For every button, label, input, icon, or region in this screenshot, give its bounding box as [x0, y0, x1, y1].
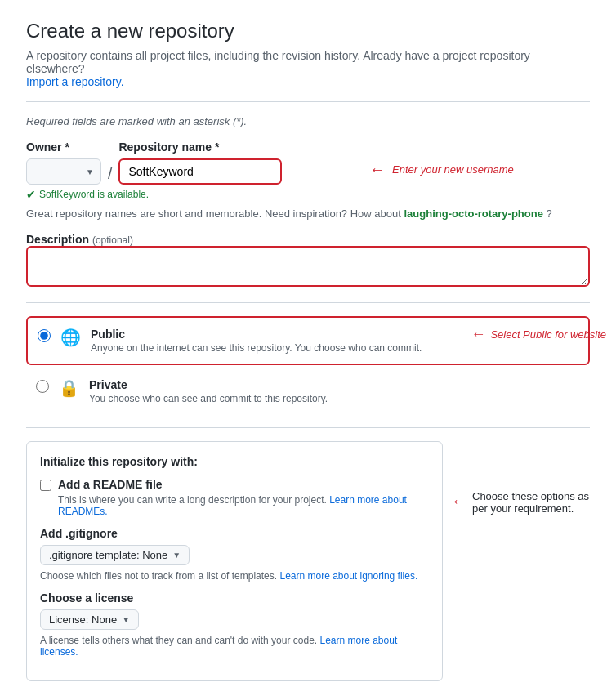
readme-row: Add a README file [40, 478, 429, 491]
available-text: SoftKeyword is available. [39, 189, 149, 200]
visibility-section: 🌐 Public Anyone on the internet can see … [26, 316, 590, 414]
private-details: Private You choose who can see and commi… [89, 378, 328, 404]
divider-visibility [26, 302, 590, 303]
page-subtitle: A repository contains all project files,… [26, 49, 590, 88]
lock-icon: 🔒 [59, 378, 79, 398]
check-icon: ✔ [26, 188, 36, 201]
owner-field-group: Owner * ▼ [26, 141, 101, 185]
owner-label: Owner * [26, 141, 101, 154]
left-arrow-public-icon: ← [471, 326, 485, 343]
public-title: Public [91, 328, 422, 341]
inspiration-link[interactable]: laughing-octo-rotary-phone [404, 207, 542, 220]
description-input[interactable] [26, 246, 590, 287]
license-dropdown[interactable]: License: None ▼ [40, 609, 139, 630]
public-desc: Anyone on the internet can see this repo… [91, 342, 422, 354]
import-link[interactable]: Import a repository. [26, 75, 124, 88]
private-title: Private [89, 378, 328, 391]
left-arrow-options-icon: ← [451, 492, 467, 511]
inspiration-text: Great repository names are short and mem… [26, 207, 590, 220]
repo-name-input[interactable] [118, 158, 282, 185]
gitignore-title: Add .gitignore [40, 527, 429, 540]
gitignore-link[interactable]: Learn more about ignoring files. [279, 570, 417, 582]
gitignore-desc: Choose which files not to track from a l… [40, 570, 429, 582]
gitignore-dropdown[interactable]: .gitignore template: None ▼ [40, 545, 190, 565]
repo-name-field-group: Repository name * [118, 141, 282, 185]
divider-top [26, 101, 590, 102]
page-title: Create a new repository [26, 20, 590, 42]
readme-checkbox[interactable] [40, 480, 51, 491]
public-annotation-text: Select Public for website [490, 328, 606, 341]
repo-name-label: Repository name * [118, 141, 282, 154]
description-section: Description (optional) [26, 233, 590, 289]
options-annotation-text: Choose these options as per your require… [472, 490, 606, 515]
username-annotation: ← Enter your new username [369, 160, 514, 179]
required-note: Required fields are marked with an aster… [26, 115, 590, 127]
owner-dropdown[interactable]: ▼ [26, 158, 101, 185]
readme-desc: This is where you can write a long descr… [58, 494, 429, 517]
init-title: Initialize this repository with: [40, 455, 429, 468]
license-value: License: None [49, 613, 117, 626]
private-radio[interactable] [36, 380, 49, 393]
license-desc: A license tells others what they can and… [40, 635, 429, 658]
public-radio[interactable] [38, 329, 51, 342]
options-annotation: ← Choose these options as per your requi… [451, 490, 606, 515]
gitignore-section: Add .gitignore .gitignore template: None… [40, 527, 429, 582]
private-option[interactable]: 🔒 Private You choose who can see and com… [26, 368, 590, 414]
globe-icon: 🌐 [60, 328, 81, 347]
slash-separator: / [108, 164, 113, 185]
availability-msg: ✔ SoftKeyword is available. [26, 188, 590, 201]
private-desc: You choose who can see and commit to thi… [89, 393, 328, 404]
license-title: Choose a license [40, 591, 429, 605]
chevron-down-icon: ▼ [86, 167, 94, 176]
license-section: Choose a license License: None ▼ A licen… [40, 591, 429, 658]
chevron-gitignore-icon: ▼ [172, 551, 181, 560]
init-section: Initialize this repository with: Add a R… [26, 441, 443, 681]
public-details: Public Anyone on the internet can see th… [91, 328, 422, 354]
chevron-license-icon: ▼ [122, 615, 130, 624]
divider-init [26, 427, 590, 428]
description-label: Description (optional) [26, 233, 133, 246]
readme-label: Add a README file [58, 478, 163, 491]
public-annotation: ← Select Public for website [471, 326, 606, 343]
gitignore-value: .gitignore template: None [49, 549, 167, 561]
owner-value [33, 165, 83, 178]
left-arrow-icon: ← [369, 160, 386, 179]
username-annotation-text: Enter your new username [392, 163, 514, 176]
